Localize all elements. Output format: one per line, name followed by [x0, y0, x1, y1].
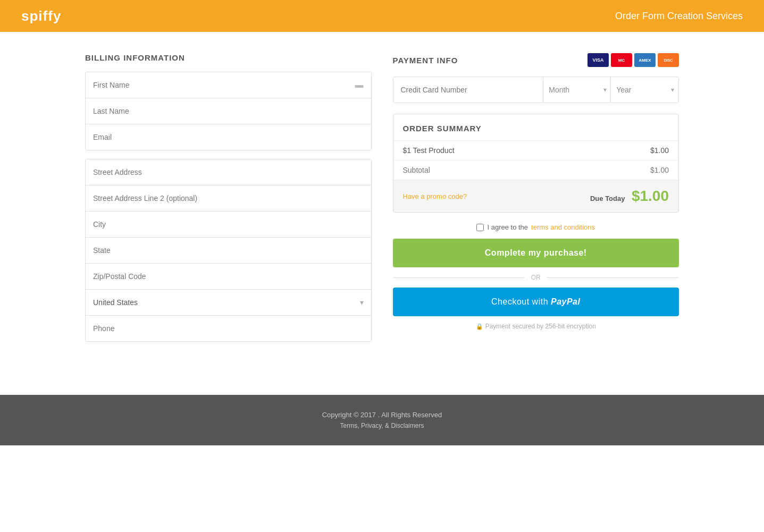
- email-row: [86, 124, 371, 150]
- visa-icon: VISA: [587, 53, 609, 67]
- due-today-container: Due Today $1.00: [590, 188, 669, 205]
- cc-year-select[interactable]: Year 2024202520262027 202820292030: [611, 77, 678, 103]
- country-row: United States: [86, 290, 371, 316]
- zip-input[interactable]: [86, 264, 371, 289]
- country-select[interactable]: United States: [86, 290, 371, 315]
- address-group: United States: [85, 159, 372, 342]
- subtotal-label: Subtotal: [403, 166, 430, 174]
- complete-purchase-button[interactable]: Complete my purchase!: [393, 239, 679, 267]
- terms-link[interactable]: terms and conditions: [531, 223, 595, 231]
- billing-section: BILLING INFORMATION ▬: [85, 53, 372, 342]
- street-address-row: [86, 159, 371, 185]
- or-divider: OR: [393, 274, 679, 281]
- first-name-input[interactable]: [86, 72, 348, 98]
- header-title: Order Form Creation Services: [615, 11, 743, 22]
- billing-section-title: BILLING INFORMATION: [85, 53, 372, 62]
- cc-month-select[interactable]: Month 01020304 05060708 09101112: [543, 77, 611, 103]
- logo: spiffy: [21, 8, 61, 24]
- street-address2-row: [86, 185, 371, 212]
- product-name: $1 Test Product: [403, 146, 455, 155]
- order-summary-title: ORDER SUMMARY: [393, 114, 679, 140]
- lock-icon: 🔒: [476, 323, 483, 330]
- paypal-prefix: Checkout with: [491, 297, 551, 306]
- payment-cards: VISA MC AMEX DISC: [587, 53, 679, 67]
- credit-card-row: Month 01020304 05060708 09101112 Year 20…: [393, 77, 679, 103]
- promo-code-link[interactable]: Have a promo code?: [403, 192, 467, 200]
- last-name-input[interactable]: [86, 98, 371, 124]
- mastercard-icon: MC: [611, 53, 632, 67]
- first-name-row: ▬: [86, 72, 371, 98]
- person-icon: ▬: [348, 80, 371, 90]
- last-name-row: [86, 98, 371, 124]
- product-price: $1.00: [650, 146, 669, 155]
- page-header: spiffy Order Form Creation Services: [0, 0, 764, 32]
- amex-icon: AMEX: [634, 53, 656, 67]
- city-row: [86, 212, 371, 238]
- street-address2-input[interactable]: [86, 185, 371, 211]
- footer: Copyright © 2017 . All Rights Reserved T…: [0, 395, 764, 445]
- footer-copyright: Copyright © 2017 . All Rights Reserved: [11, 411, 753, 419]
- paypal-button[interactable]: Checkout with PayPal: [393, 288, 679, 316]
- terms-checkbox[interactable]: [476, 224, 484, 231]
- payment-section: PAYMENT INFO VISA MC AMEX DISC Month 010…: [393, 53, 679, 342]
- state-row: [86, 238, 371, 264]
- footer-links[interactable]: Terms, Privacy, & Disclaimers: [340, 422, 424, 429]
- phone-row: [86, 316, 371, 341]
- zip-row: [86, 264, 371, 290]
- paypal-brand: PayPal: [551, 297, 580, 306]
- secure-note: 🔒 Payment secured by 256-bit encryption: [393, 323, 679, 330]
- main-content: BILLING INFORMATION ▬: [0, 32, 764, 363]
- street-address-input[interactable]: [86, 159, 371, 185]
- payment-section-title: PAYMENT INFO: [393, 56, 458, 65]
- due-today-amount: $1.00: [632, 188, 669, 204]
- cc-month-wrapper: Month 01020304 05060708 09101112: [543, 77, 611, 103]
- city-input[interactable]: [86, 212, 371, 237]
- state-input[interactable]: [86, 238, 371, 263]
- cc-year-wrapper: Year 2024202520262027 202820292030: [611, 77, 678, 103]
- cc-number-input[interactable]: [393, 77, 544, 103]
- secure-text: Payment secured by 256-bit encryption: [485, 323, 596, 330]
- order-product-line: $1 Test Product $1.00: [393, 140, 679, 160]
- terms-prefix: I agree to the: [487, 223, 528, 231]
- phone-input[interactable]: [86, 316, 371, 341]
- order-total-row: Have a promo code? Due Today $1.00: [393, 180, 679, 212]
- due-today-label: Due Today: [590, 195, 625, 202]
- payment-header: PAYMENT INFO VISA MC AMEX DISC: [393, 53, 679, 67]
- email-input[interactable]: [86, 124, 371, 150]
- discover-icon: DISC: [658, 53, 679, 67]
- order-subtotal-line: Subtotal $1.00: [393, 160, 679, 180]
- order-summary-box: ORDER SUMMARY $1 Test Product $1.00 Subt…: [393, 114, 679, 213]
- name-email-group: ▬: [85, 72, 372, 150]
- subtotal-value: $1.00: [650, 166, 669, 174]
- terms-row: I agree to the terms and conditions: [393, 223, 679, 231]
